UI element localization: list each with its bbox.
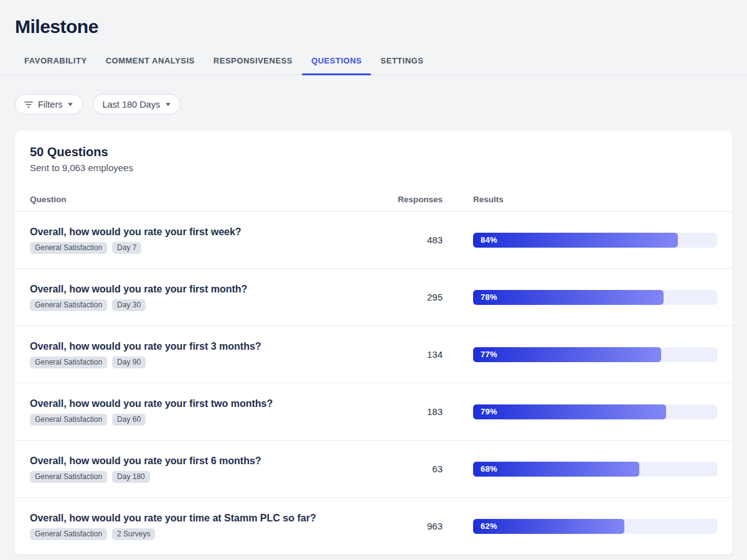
chevron-down-icon [165, 103, 171, 106]
question-tag: General Satisfaction [30, 528, 107, 540]
question-title: Overall, how would you rate your first 6… [30, 455, 378, 467]
result-bar-fill: 68% [473, 462, 639, 477]
results-cell: 77% [473, 347, 717, 362]
question-tag: Day 30 [112, 299, 146, 311]
response-count: 963 [393, 521, 443, 531]
filters-dropdown[interactable]: Filters [15, 94, 83, 114]
date-range-label: Last 180 Days [102, 100, 160, 110]
column-header-question: Question [30, 195, 393, 204]
tab-responsiveness[interactable]: Responsiveness [204, 47, 302, 75]
results-cell: 84% [473, 233, 717, 248]
tab-questions[interactable]: Questions [302, 47, 371, 75]
results-cell: 78% [473, 290, 717, 305]
question-cell: Overall, how would you rate your first 3… [30, 341, 393, 368]
question-title: Overall, how would you rate your time at… [30, 513, 378, 524]
tab-comment-analysis[interactable]: Comment Analysis [96, 47, 204, 75]
question-tag: General Satisfaction [30, 357, 107, 368]
result-bar-fill: 62% [473, 519, 624, 534]
date-range-dropdown[interactable]: Last 180 Days [93, 94, 181, 114]
result-percent-label: 84% [473, 235, 497, 245]
page: Milestone Favorability Comment Analysis … [0, 16, 747, 555]
question-tag: Day 90 [112, 357, 146, 368]
question-tags: General Satisfaction2 Surveys [30, 528, 378, 540]
question-title: Overall, how would you rate your first w… [30, 226, 378, 238]
table-header-row: Question Responses Results [15, 188, 732, 212]
question-tags: General SatisfactionDay 180 [30, 471, 378, 483]
response-count: 134 [393, 349, 443, 360]
table-row[interactable]: Overall, how would you rate your time at… [15, 498, 732, 555]
question-tags: General SatisfactionDay 60 [30, 414, 378, 426]
result-bar-fill: 77% [473, 347, 661, 362]
page-title: Milestone [15, 16, 732, 37]
question-tags: General SatisfactionDay 30 [30, 299, 378, 311]
filter-row: Filters Last 180 Days [15, 94, 732, 114]
result-bar-track: 62% [473, 519, 717, 534]
question-cell: Overall, how would you rate your first w… [30, 226, 393, 254]
result-percent-label: 68% [473, 464, 497, 474]
question-cell: Overall, how would you rate your first t… [30, 398, 393, 426]
question-tag: Day 7 [112, 242, 141, 254]
response-count: 183 [393, 406, 443, 417]
question-tag: General Satisfaction [30, 414, 107, 426]
question-title: Overall, how would you rate your first m… [30, 284, 378, 295]
table-row[interactable]: Overall, how would you rate your first t… [15, 383, 732, 441]
card-header: 50 Questions Sent to 9,063 employees [15, 131, 732, 173]
results-cell: 79% [473, 404, 717, 419]
results-cell: 62% [473, 519, 717, 534]
question-tag: General Satisfaction [30, 242, 107, 254]
column-header-responses: Responses [393, 195, 443, 204]
tab-bar: Favorability Comment Analysis Responsive… [0, 47, 747, 75]
result-bar-fill: 79% [473, 404, 666, 419]
question-tags: General SatisfactionDay 90 [30, 357, 378, 368]
table-row[interactable]: Overall, how would you rate your first w… [15, 212, 732, 269]
result-bar-fill: 84% [473, 233, 678, 248]
results-cell: 68% [473, 462, 717, 477]
question-cell: Overall, how would you rate your first m… [30, 284, 393, 311]
result-bar-track: 77% [473, 347, 717, 362]
result-percent-label: 78% [473, 292, 497, 302]
result-bar-track: 79% [473, 404, 717, 419]
question-tag: 2 Surveys [112, 528, 155, 540]
question-tag: General Satisfaction [30, 471, 107, 483]
question-title: Overall, how would you rate your first t… [30, 398, 378, 409]
response-count: 483 [393, 235, 443, 245]
filters-label: Filters [38, 100, 62, 110]
question-tag: General Satisfaction [30, 299, 107, 311]
question-tag: Day 60 [112, 414, 146, 426]
table-row[interactable]: Overall, how would you rate your first 6… [15, 441, 732, 498]
result-bar-track: 78% [473, 290, 717, 305]
question-rows: Overall, how would you rate your first w… [15, 212, 732, 555]
result-bar-track: 84% [473, 233, 717, 248]
result-bar-fill: 78% [473, 290, 664, 305]
question-cell: Overall, how would you rate your first 6… [30, 455, 393, 483]
question-tag: Day 180 [112, 471, 150, 483]
table-row[interactable]: Overall, how would you rate your first m… [15, 269, 732, 326]
question-tags: General SatisfactionDay 7 [30, 242, 378, 254]
card-subtitle: Sent to 9,063 employees [30, 162, 717, 173]
table-row[interactable]: Overall, how would you rate your first 3… [15, 326, 732, 383]
question-title: Overall, how would you rate your first 3… [30, 341, 378, 352]
result-percent-label: 79% [473, 407, 497, 416]
tab-settings[interactable]: Settings [371, 47, 433, 75]
result-bar-track: 68% [473, 462, 717, 477]
chevron-down-icon [67, 103, 73, 106]
response-count: 295 [393, 292, 443, 302]
question-cell: Overall, how would you rate your time at… [30, 513, 393, 540]
column-header-results: Results [473, 195, 717, 204]
result-percent-label: 77% [473, 350, 497, 359]
result-percent-label: 62% [473, 521, 497, 531]
response-count: 63 [393, 464, 443, 474]
filter-icon [24, 101, 33, 108]
questions-card: 50 Questions Sent to 9,063 employees Que… [15, 131, 732, 555]
card-title: 50 Questions [30, 145, 717, 159]
tab-favorability[interactable]: Favorability [15, 47, 96, 75]
